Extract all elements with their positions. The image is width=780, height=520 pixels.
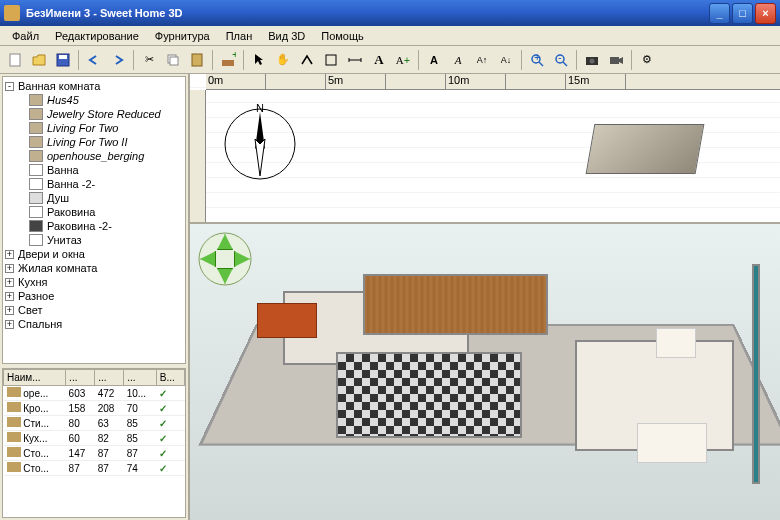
copy-button[interactable] xyxy=(162,49,184,71)
tree-item[interactable]: Living For Two II xyxy=(5,135,183,149)
wall-tool[interactable] xyxy=(296,49,318,71)
tree-item[interactable]: Душ xyxy=(5,191,183,205)
text-plus-tool[interactable]: A+ xyxy=(392,49,414,71)
tree-item[interactable]: Living For Two xyxy=(5,121,183,135)
menu-plan[interactable]: План xyxy=(218,28,261,44)
col-4[interactable]: ... xyxy=(124,370,157,386)
svg-text:-: - xyxy=(558,52,562,63)
camera-button[interactable] xyxy=(581,49,603,71)
table-row[interactable]: Кро...15820870✓ xyxy=(4,401,185,416)
paste-button[interactable] xyxy=(186,49,208,71)
svg-rect-15 xyxy=(610,57,619,64)
new-button[interactable] xyxy=(4,49,26,71)
tree-category[interactable]: +Разное xyxy=(5,289,183,303)
menu-furniture[interactable]: Фурнитура xyxy=(147,28,218,44)
bold-button[interactable]: A xyxy=(423,49,445,71)
increase-font-button[interactable]: A↑ xyxy=(471,49,493,71)
svg-text:+: + xyxy=(534,52,540,63)
video-button[interactable] xyxy=(605,49,627,71)
table-row[interactable]: opе...60347210...✓ xyxy=(4,386,185,401)
svg-point-14 xyxy=(590,58,595,63)
text-tool[interactable]: A xyxy=(368,49,390,71)
tree-category-bathroom[interactable]: -Ванная комната xyxy=(5,79,183,93)
tree-item[interactable]: Унитаз xyxy=(5,233,183,247)
left-panel: -Ванная комната Hus45 Jewelry Store Redu… xyxy=(0,74,190,520)
zoom-in-button[interactable]: + xyxy=(526,49,548,71)
right-panel: 0m5m10m15m N xyxy=(190,74,780,520)
tree-item[interactable]: Раковина -2- xyxy=(5,219,183,233)
toolbar: ✂ + ✋ A A+ A A A↑ A↓ + - ⚙ xyxy=(0,46,780,74)
table-row[interactable]: Сто...878774✓ xyxy=(4,461,185,476)
undo-button[interactable] xyxy=(83,49,105,71)
svg-rect-5 xyxy=(192,54,202,66)
tree-category[interactable]: +Кухня xyxy=(5,275,183,289)
close-button[interactable]: × xyxy=(755,3,776,24)
minimize-button[interactable]: _ xyxy=(709,3,730,24)
window-title: БезИмени 3 - Sweet Home 3D xyxy=(26,7,709,19)
table-row[interactable]: Сто...1478787✓ xyxy=(4,446,185,461)
tree-item[interactable]: Раковина xyxy=(5,205,183,219)
svg-rect-4 xyxy=(170,57,178,65)
menu-edit[interactable]: Редактирование xyxy=(47,28,147,44)
menu-help[interactable]: Помощь xyxy=(313,28,372,44)
3d-scene xyxy=(230,254,760,500)
tree-item[interactable]: Hus45 xyxy=(5,93,183,107)
menu-bar: Файл Редактирование Фурнитура План Вид 3… xyxy=(0,26,780,46)
plan-model-preview[interactable] xyxy=(586,124,705,174)
decrease-font-button[interactable]: A↓ xyxy=(495,49,517,71)
pan-tool[interactable]: ✋ xyxy=(272,49,294,71)
window-controls: _ □ × xyxy=(709,3,776,24)
tree-item[interactable]: Ванна -2- xyxy=(5,177,183,191)
content-area: -Ванная комната Hus45 Jewelry Store Redu… xyxy=(0,74,780,520)
title-bar: БезИмени 3 - Sweet Home 3D _ □ × xyxy=(0,0,780,26)
furniture-sofa xyxy=(637,423,707,463)
furniture-chair xyxy=(656,328,696,358)
tree-category[interactable]: +Свет xyxy=(5,303,183,317)
tree-category[interactable]: +Жилая комната xyxy=(5,261,183,275)
zoom-out-button[interactable]: - xyxy=(550,49,572,71)
tree-item[interactable]: Jewelry Store Reduced xyxy=(5,107,183,121)
vertical-ruler xyxy=(190,90,206,222)
3d-view[interactable] xyxy=(190,224,780,520)
italic-button[interactable]: A xyxy=(447,49,469,71)
add-furniture-button[interactable]: + xyxy=(217,49,239,71)
svg-rect-0 xyxy=(10,54,20,66)
plan-view[interactable]: 0m5m10m15m N xyxy=(190,74,780,224)
furniture-tree[interactable]: -Ванная комната Hus45 Jewelry Store Redu… xyxy=(2,76,186,364)
cut-button[interactable]: ✂ xyxy=(138,49,160,71)
dimension-tool[interactable] xyxy=(344,49,366,71)
menu-view3d[interactable]: Вид 3D xyxy=(260,28,313,44)
table-row[interactable]: Сти...806385✓ xyxy=(4,416,185,431)
svg-rect-6 xyxy=(222,60,234,66)
tree-category[interactable]: +Двери и окна xyxy=(5,247,183,261)
horizontal-ruler: 0m5m10m15m xyxy=(206,74,780,90)
col-name[interactable]: Наим... xyxy=(4,370,66,386)
tree-item[interactable]: Ванна xyxy=(5,163,183,177)
svg-text:+: + xyxy=(232,52,236,60)
tree-label: Ванная комната xyxy=(18,80,100,92)
svg-rect-2 xyxy=(59,55,67,59)
table-row[interactable]: Кух...608285✓ xyxy=(4,431,185,446)
svg-text:N: N xyxy=(256,104,264,114)
col-2[interactable]: ... xyxy=(66,370,95,386)
tree-item[interactable]: openhouse_berging xyxy=(5,149,183,163)
room-tool[interactable] xyxy=(320,49,342,71)
col-vis[interactable]: В... xyxy=(156,370,184,386)
svg-rect-8 xyxy=(326,55,336,65)
tree-category[interactable]: +Спальня xyxy=(5,317,183,331)
furniture-table[interactable]: Наим... ... ... ... В... opе...60347210.… xyxy=(2,368,186,518)
app-icon xyxy=(4,5,20,21)
maximize-button[interactable]: □ xyxy=(732,3,753,24)
redo-button[interactable] xyxy=(107,49,129,71)
open-button[interactable] xyxy=(28,49,50,71)
save-button[interactable] xyxy=(52,49,74,71)
select-tool[interactable] xyxy=(248,49,270,71)
preferences-button[interactable]: ⚙ xyxy=(636,49,658,71)
compass-icon[interactable]: N xyxy=(220,104,300,184)
col-3[interactable]: ... xyxy=(95,370,124,386)
furniture-bed xyxy=(257,303,317,338)
menu-file[interactable]: Файл xyxy=(4,28,47,44)
